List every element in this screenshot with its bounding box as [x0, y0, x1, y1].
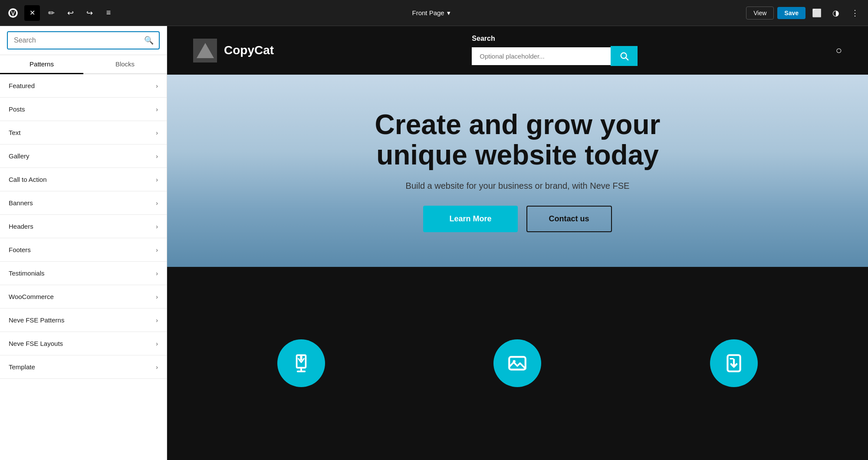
logo-triangle-icon	[197, 43, 214, 58]
sidebar-item-headers[interactable]: Headers ›	[0, 215, 167, 238]
bottom-section	[167, 267, 868, 460]
chevron-right-icon: ›	[156, 129, 158, 136]
sidebar-item-text[interactable]: Text ›	[0, 121, 167, 145]
sidebar-list: Featured › Posts › Text › Gallery › Call…	[0, 74, 167, 460]
search-submit-button[interactable]: 🔍	[139, 32, 159, 49]
site-header: CopyCat Search ○	[167, 26, 868, 75]
sidebar-item-call-to-action[interactable]: Call to Action ›	[0, 168, 167, 191]
sidebar-item-label: Posts	[9, 105, 25, 113]
toolbar-right: View Save ⬜ ◑ ⋮	[746, 5, 863, 21]
toolbar: ✕ ✏ ↩ ↪ ≡ Front Page ▾ View Save ⬜ ◑ ⋮	[0, 0, 868, 26]
svg-rect-5	[510, 357, 526, 370]
chevron-right-icon: ›	[156, 293, 158, 300]
search-input-wrap: 🔍	[7, 31, 160, 49]
tab-blocks[interactable]: Blocks	[83, 55, 167, 74]
sidebar-item-neve-fse-layouts[interactable]: Neve FSE Layouts ›	[0, 332, 167, 355]
chevron-down-icon: ▾	[447, 9, 450, 17]
tab-patterns[interactable]: Patterns	[0, 55, 83, 74]
main-layout: 🔍 Patterns Blocks Featured › Posts › Tex…	[0, 26, 868, 460]
site-search-area: Search	[472, 35, 638, 66]
site-search-submit-button[interactable]	[611, 46, 638, 66]
sidebar-item-label: Text	[9, 129, 21, 136]
sidebar-item-label: Neve FSE Layouts	[9, 340, 63, 347]
sidebar-item-neve-fse-patterns[interactable]: Neve FSE Patterns ›	[0, 309, 167, 332]
chevron-right-icon: ›	[156, 153, 158, 160]
site-search-input[interactable]	[472, 47, 611, 65]
download-icon	[710, 339, 758, 387]
chevron-right-icon: ›	[156, 246, 158, 253]
wordpress-icon	[8, 8, 18, 18]
site-name: CopyCat	[224, 43, 274, 57]
feature-item-1	[277, 339, 325, 387]
pencil-icon-button[interactable]: ✏	[43, 5, 59, 21]
sidebar: 🔍 Patterns Blocks Featured › Posts › Tex…	[0, 26, 167, 460]
sidebar-toggle-button[interactable]: ⬜	[809, 5, 825, 21]
undo-button[interactable]: ↩	[62, 5, 78, 21]
sidebar-item-gallery[interactable]: Gallery ›	[0, 145, 167, 168]
feature-item-3	[710, 339, 758, 387]
sidebar-item-label: Featured	[9, 82, 35, 89]
hero-title: Create and grow your unique website toda…	[344, 109, 691, 171]
page-title-text: Front Page	[412, 9, 444, 16]
website-preview: CopyCat Search ○	[167, 26, 868, 460]
sidebar-item-label: Template	[9, 363, 35, 371]
chevron-right-icon: ›	[156, 340, 158, 347]
sidebar-item-label: WooCommerce	[9, 293, 54, 300]
sidebar-item-label: Neve FSE Patterns	[9, 316, 64, 324]
sidebar-item-label: Banners	[9, 199, 33, 207]
chevron-right-icon: ›	[156, 200, 158, 207]
site-logo-image	[193, 39, 217, 62]
chevron-right-icon: ›	[156, 82, 158, 89]
sidebar-item-label: Call to Action	[9, 176, 47, 183]
view-button[interactable]: View	[746, 7, 774, 20]
save-button[interactable]: Save	[777, 7, 806, 19]
download-svg-icon	[723, 352, 745, 374]
sidebar-item-posts[interactable]: Posts ›	[0, 98, 167, 121]
sidebar-item-banners[interactable]: Banners ›	[0, 191, 167, 215]
power-svg-icon	[290, 352, 312, 374]
hero-subtitle: Build a website for your business or bra…	[406, 181, 630, 191]
redo-button[interactable]: ↪	[82, 5, 97, 21]
search-input[interactable]	[8, 32, 139, 49]
sidebar-item-label: Headers	[9, 223, 33, 230]
options-button[interactable]: ⋮	[847, 5, 863, 21]
sidebar-item-featured[interactable]: Featured ›	[0, 74, 167, 98]
hero-section: Create and grow your unique website toda…	[167, 75, 868, 267]
image-svg-icon	[506, 352, 528, 374]
chevron-right-icon: ›	[156, 317, 158, 324]
sidebar-search-area: 🔍	[0, 26, 167, 55]
chevron-right-icon: ›	[156, 106, 158, 113]
site-search-label: Search	[472, 35, 638, 43]
feature-item-2	[493, 339, 541, 387]
chevron-right-icon: ›	[156, 270, 158, 277]
site-search-row	[472, 46, 638, 66]
sidebar-item-label: Testimonials	[9, 269, 45, 277]
contrast-button[interactable]: ◑	[828, 5, 844, 21]
contact-us-button[interactable]: Contact us	[526, 206, 612, 232]
sidebar-tabs: Patterns Blocks	[0, 55, 167, 74]
image-icon	[493, 339, 541, 387]
chevron-right-icon: ›	[156, 364, 158, 371]
sidebar-item-template[interactable]: Template ›	[0, 355, 167, 379]
sidebar-item-woocommerce[interactable]: WooCommerce ›	[0, 285, 167, 309]
chevron-right-icon: ›	[156, 223, 158, 230]
svg-line-2	[626, 58, 628, 60]
canvas-area: CopyCat Search ○	[167, 26, 868, 460]
hero-buttons: Learn More Contact us	[423, 206, 612, 232]
sidebar-item-testimonials[interactable]: Testimonials ›	[0, 262, 167, 285]
chevron-right-icon: ›	[156, 176, 158, 183]
learn-more-button[interactable]: Learn More	[423, 206, 517, 232]
sidebar-item-label: Gallery	[9, 152, 30, 160]
wp-logo-button[interactable]	[5, 5, 21, 21]
list-view-button[interactable]: ≡	[101, 5, 116, 21]
page-title-button[interactable]: Front Page ▾	[412, 9, 450, 17]
nav-circle-icon[interactable]: ○	[836, 44, 842, 56]
power-icon	[277, 339, 325, 387]
search-icon	[619, 51, 629, 61]
site-logo-area: CopyCat	[193, 39, 274, 62]
toolbar-center: Front Page ▾	[120, 9, 743, 17]
sidebar-item-footers[interactable]: Footers ›	[0, 238, 167, 262]
sidebar-item-label: Footers	[9, 246, 31, 253]
close-button[interactable]: ✕	[24, 5, 40, 21]
